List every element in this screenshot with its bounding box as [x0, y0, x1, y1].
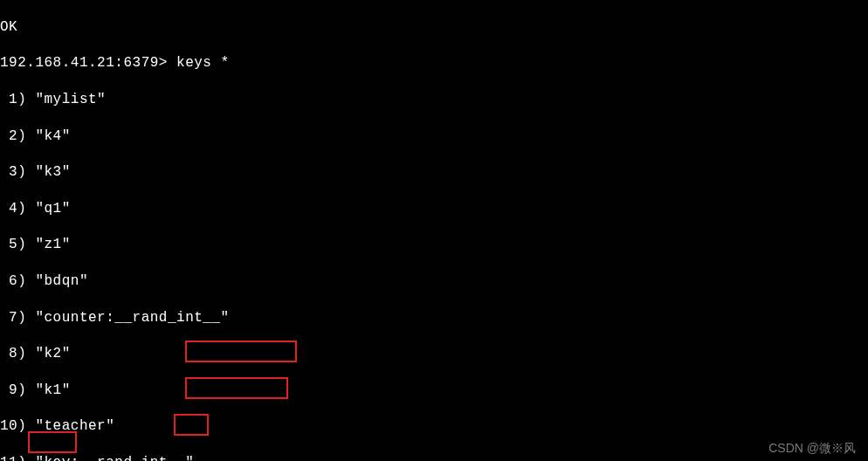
prompt-line: 192.168.41.21:6379> keys *	[0, 54, 868, 72]
output-line: 4) "q1"	[0, 200, 868, 218]
terminal-output[interactable]: OK 192.168.41.21:6379> keys * 1) "mylist…	[0, 0, 868, 461]
output-line: 6) "bdqn"	[0, 272, 868, 291]
output-line: 9) "k1"	[0, 382, 868, 400]
output-line: 3) "k3"	[0, 163, 868, 182]
watermark-text: CSDN @微※风	[768, 440, 856, 456]
output-line: 11) "key:__rand_int__"	[0, 454, 868, 461]
output-line: 5) "z1"	[0, 236, 868, 254]
output-line: 8) "k2"	[0, 345, 868, 363]
output-line: 2) "k4"	[0, 127, 868, 146]
output-line: 7) "counter:__rand_int__"	[0, 309, 868, 327]
output-line: 10) "teacher"	[0, 417, 868, 436]
output-line: OK	[0, 18, 868, 37]
output-line: 1) "mylist"	[0, 91, 868, 109]
